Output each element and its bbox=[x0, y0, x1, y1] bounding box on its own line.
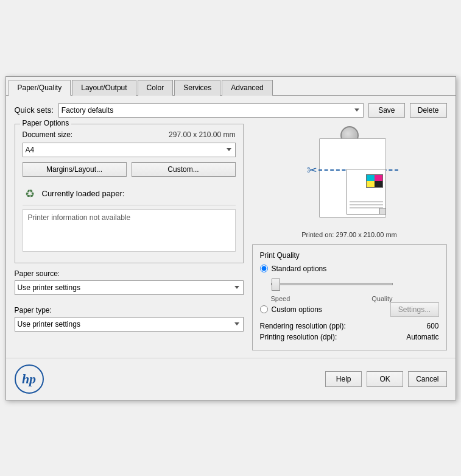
quick-sets-label: Quick sets: bbox=[15, 105, 54, 115]
paper-preview: ✂ bbox=[301, 126, 398, 230]
printed-on-label: Printed on: 297.00 x 210.00 mm bbox=[301, 231, 397, 238]
custom-options-radio[interactable] bbox=[260, 305, 268, 313]
main-columns: Paper Options Document size: 297.00 x 21… bbox=[15, 124, 447, 350]
paper-source-dropdown[interactable]: Use printer settings bbox=[15, 280, 244, 295]
slider-thumb[interactable] bbox=[272, 279, 280, 291]
quality-label: Quality bbox=[371, 295, 392, 302]
document-size-value: 297.00 x 210.00 mm bbox=[169, 130, 235, 139]
tab-color[interactable]: Color bbox=[138, 80, 174, 96]
yellow-swatch bbox=[367, 181, 375, 187]
left-panel: Paper Options Document size: 297.00 x 21… bbox=[15, 124, 244, 350]
scissors-icon: ✂ bbox=[307, 163, 317, 177]
right-panel: ✂ bbox=[252, 124, 447, 350]
paper-source-label: Paper source: bbox=[15, 269, 244, 278]
doc-line-1 bbox=[350, 201, 383, 202]
paper-source-group: Paper source: Use printer settings bbox=[15, 269, 244, 300]
color-block bbox=[366, 174, 383, 188]
document-size-row: Document size: 297.00 x 210.00 mm bbox=[23, 130, 236, 139]
printer-info-box: Printer information not available bbox=[23, 209, 236, 252]
mini-document bbox=[347, 169, 386, 215]
printing-resolution-row: Printing resolution (dpi): Automatic bbox=[260, 333, 439, 341]
layout-custom-buttons: Margins/Layout... Custom... bbox=[23, 162, 236, 177]
ok-button[interactable]: OK bbox=[367, 371, 403, 387]
quick-sets-dropdown[interactable]: Factory defaults bbox=[58, 103, 364, 118]
save-button[interactable]: Save bbox=[368, 103, 405, 118]
bottom-buttons: Help OK Cancel bbox=[325, 371, 446, 387]
doc-corner bbox=[379, 208, 385, 214]
hp-logo: hp bbox=[15, 364, 44, 394]
paper-size-dropdown[interactable]: A4 bbox=[23, 143, 236, 157]
custom-button[interactable]: Custom... bbox=[132, 162, 236, 177]
document-size-label: Document size: bbox=[23, 130, 73, 139]
paper-type-dropdown[interactable]: Use printer settings bbox=[15, 317, 244, 332]
paper-type-label: Paper type: bbox=[15, 306, 244, 314]
black-swatch bbox=[375, 181, 382, 187]
quick-sets-row: Quick sets: Factory defaults Save Delete bbox=[15, 103, 447, 118]
standard-options-radio[interactable] bbox=[260, 265, 268, 272]
recycle-icon: ♻ bbox=[23, 186, 37, 201]
cyan-swatch bbox=[367, 175, 375, 181]
print-quality-title: Print Quality bbox=[260, 251, 439, 260]
printing-res-label: Printing resolution (dpi): bbox=[260, 333, 337, 341]
standard-options-label: Standard options bbox=[272, 265, 327, 273]
custom-options-label-group: Custom options bbox=[260, 305, 322, 314]
printer-info-text: Printer information not available bbox=[28, 213, 131, 222]
currently-loaded-label: Currently loaded paper: bbox=[42, 189, 125, 198]
settings-button[interactable]: Settings... bbox=[390, 302, 439, 317]
preview-area: ✂ bbox=[252, 124, 447, 238]
rendering-resolution-row: Rendering resolution (ppi): 600 bbox=[260, 322, 439, 330]
slider-labels: Speed Quality bbox=[271, 295, 393, 302]
help-button[interactable]: Help bbox=[325, 371, 362, 387]
rendering-res-value: 600 bbox=[426, 322, 438, 330]
magenta-swatch bbox=[375, 175, 382, 181]
printer-dialog: Paper/Quality Layout/Output Color Servic… bbox=[5, 76, 456, 400]
paper-options-section: Paper Options Document size: 297.00 x 21… bbox=[15, 124, 244, 263]
paper-options-title: Paper Options bbox=[20, 119, 72, 127]
margins-layout-button[interactable]: Margins/Layout... bbox=[23, 162, 127, 177]
delete-button[interactable]: Delete bbox=[410, 103, 447, 118]
custom-options-label: Custom options bbox=[272, 305, 322, 314]
tab-services[interactable]: Services bbox=[174, 80, 220, 96]
tab-layout-output[interactable]: Layout/Output bbox=[72, 80, 136, 96]
quality-slider-container bbox=[271, 278, 439, 290]
paper-type-group: Paper type: Use printer settings bbox=[15, 306, 244, 336]
cancel-button[interactable]: Cancel bbox=[408, 371, 446, 387]
rendering-res-label: Rendering resolution (ppi): bbox=[260, 322, 346, 330]
tab-paper-quality[interactable]: Paper/Quality bbox=[9, 80, 71, 96]
bottom-bar: hp Help OK Cancel bbox=[6, 358, 456, 400]
tab-bar: Paper/Quality Layout/Output Color Servic… bbox=[6, 77, 456, 96]
quality-slider[interactable] bbox=[271, 278, 405, 290]
printing-res-value: Automatic bbox=[406, 333, 438, 341]
mini-doc-lines bbox=[350, 201, 383, 210]
currently-loaded-row: ♻ Currently loaded paper: bbox=[23, 183, 236, 205]
slider-track bbox=[271, 283, 393, 285]
doc-line-3 bbox=[350, 207, 383, 208]
standard-options-row: Standard options bbox=[260, 265, 439, 273]
tab-content: Quick sets: Factory defaults Save Delete… bbox=[6, 96, 456, 358]
doc-line-2 bbox=[350, 204, 383, 205]
print-quality-section: Print Quality Standard options bbox=[252, 244, 447, 350]
custom-options-row: Custom options Settings... bbox=[260, 302, 439, 317]
tab-advanced[interactable]: Advanced bbox=[222, 80, 272, 96]
speed-label: Speed bbox=[271, 295, 290, 302]
